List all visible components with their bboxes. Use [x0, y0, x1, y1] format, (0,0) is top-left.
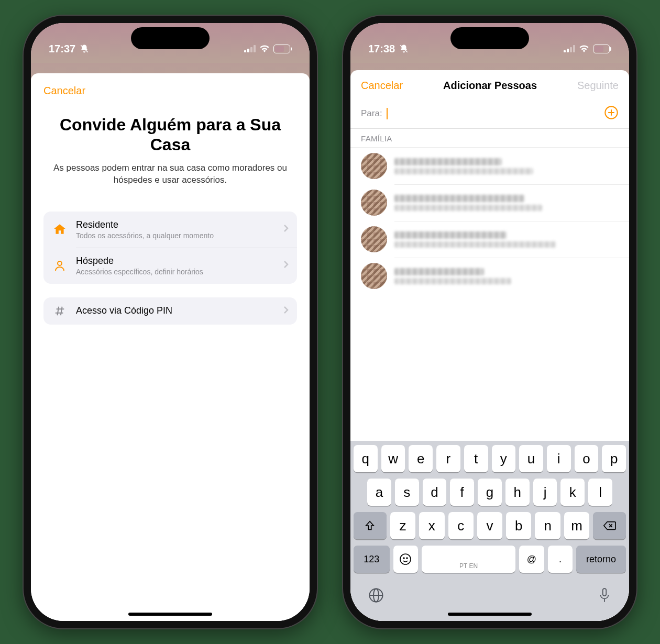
at-key[interactable]: @	[519, 546, 544, 573]
key-r[interactable]: r	[436, 445, 460, 472]
key-x[interactable]: x	[419, 512, 444, 539]
contact-info-redacted	[394, 158, 619, 174]
key-b[interactable]: b	[506, 512, 531, 539]
home-indicator[interactable]	[128, 613, 212, 616]
next-button[interactable]: Seguinte	[577, 80, 619, 92]
dynamic-island	[450, 27, 529, 49]
svg-point-21	[403, 558, 404, 559]
option-pin[interactable]: Acesso via Código PIN	[43, 297, 297, 325]
hash-icon	[52, 305, 68, 317]
shift-key[interactable]	[354, 512, 387, 539]
chevron-right-icon	[283, 260, 289, 271]
svg-line-8	[57, 306, 59, 315]
pin-option-group: Acesso via Código PIN	[43, 297, 297, 325]
key-h[interactable]: h	[505, 479, 530, 506]
space-key[interactable]: PT EN	[422, 546, 515, 573]
svg-point-5	[58, 261, 62, 265]
add-people-card: Cancelar Adicionar Pessoas Seguinte Para…	[350, 70, 629, 621]
contact-info-redacted	[394, 195, 619, 211]
phone-left: 17:37 64	[24, 16, 317, 628]
return-key[interactable]: retorno	[576, 546, 626, 573]
svg-rect-14	[573, 45, 575, 52]
keyboard-row-1: q w e r t y u i o p	[354, 445, 626, 472]
house-icon	[52, 223, 68, 236]
option-pin-title: Acesso via Código PIN	[76, 305, 275, 316]
page-title: Convide Alguém para a Sua Casa	[43, 115, 297, 155]
svg-rect-13	[570, 47, 572, 52]
svg-rect-11	[564, 50, 566, 52]
key-a[interactable]: a	[367, 479, 391, 506]
svg-line-9	[61, 306, 62, 315]
battery-icon: 64	[593, 45, 611, 53]
key-f[interactable]: f	[450, 479, 474, 506]
key-y[interactable]: y	[492, 445, 516, 472]
keyboard: q w e r t y u i o p a s d f g h	[350, 441, 629, 583]
cancel-button[interactable]: Cancelar	[43, 85, 85, 97]
svg-rect-2	[247, 49, 249, 52]
svg-rect-1	[244, 50, 246, 52]
cancel-button[interactable]: Cancelar	[361, 80, 403, 92]
to-label: Para:	[361, 108, 382, 119]
home-indicator[interactable]	[448, 613, 532, 616]
add-contact-icon[interactable]	[604, 105, 619, 122]
contact-info-redacted	[394, 231, 619, 248]
svg-rect-4	[254, 45, 256, 52]
to-field-row[interactable]: Para:	[350, 99, 629, 129]
section-header-family: FAMÍLIA	[350, 129, 629, 148]
contact-row[interactable]	[350, 184, 629, 221]
key-j[interactable]: j	[533, 479, 557, 506]
numbers-key[interactable]: 123	[354, 546, 390, 573]
svg-rect-3	[250, 47, 252, 52]
option-resident-sub: Todos os acessórios, a qualquer momento	[76, 231, 275, 240]
key-e[interactable]: e	[409, 445, 433, 472]
key-i[interactable]: i	[547, 445, 571, 472]
key-t[interactable]: t	[464, 445, 488, 472]
mic-icon[interactable]	[598, 587, 611, 605]
key-o[interactable]: o	[575, 445, 599, 472]
contact-row[interactable]	[350, 148, 629, 184]
backspace-key[interactable]	[593, 512, 626, 539]
keyboard-row-4: 123 PT EN @ . retorno	[354, 546, 626, 573]
chevron-right-icon	[283, 306, 289, 316]
key-w[interactable]: w	[381, 445, 405, 472]
key-q[interactable]: q	[354, 445, 378, 472]
phone-right: 17:38 64	[343, 16, 636, 628]
keyboard-row-3: z x c v b n m	[354, 512, 626, 539]
dot-key[interactable]: .	[548, 546, 573, 573]
option-resident-title: Residente	[76, 219, 275, 230]
key-n[interactable]: n	[535, 512, 560, 539]
key-k[interactable]: k	[560, 479, 585, 506]
key-l[interactable]: l	[588, 479, 612, 506]
svg-point-20	[400, 554, 411, 564]
key-u[interactable]: u	[519, 445, 543, 472]
dynamic-island	[131, 27, 210, 49]
cellular-icon	[564, 45, 575, 52]
emoji-key[interactable]	[393, 546, 418, 573]
nav-title: Adicionar Pessoas	[443, 80, 537, 92]
key-s[interactable]: s	[395, 479, 419, 506]
svg-point-22	[406, 558, 408, 559]
option-guest[interactable]: Hóspede Acessórios específicos, definir …	[43, 248, 297, 284]
person-icon	[52, 259, 68, 272]
key-c[interactable]: c	[448, 512, 474, 539]
key-d[interactable]: d	[423, 479, 447, 506]
svg-rect-26	[603, 589, 606, 596]
status-time: 17:37	[49, 43, 75, 55]
page-subtitle: As pessoas podem entrar na sua casa como…	[43, 162, 297, 186]
wifi-icon	[579, 45, 589, 52]
nav-bar: Cancelar Adicionar Pessoas Seguinte	[350, 70, 629, 99]
key-p[interactable]: p	[602, 445, 626, 472]
option-resident[interactable]: Residente Todos os acessórios, a qualque…	[43, 212, 297, 248]
svg-rect-12	[567, 49, 569, 52]
contact-row[interactable]	[350, 221, 629, 258]
globe-icon[interactable]	[368, 587, 384, 605]
screen-left: 17:37 64	[31, 23, 310, 621]
contact-row[interactable]	[350, 258, 629, 294]
key-g[interactable]: g	[478, 479, 502, 506]
avatar	[361, 190, 387, 216]
key-m[interactable]: m	[564, 512, 589, 539]
status-time: 17:38	[368, 43, 395, 55]
key-z[interactable]: z	[390, 512, 415, 539]
contact-info-redacted	[394, 268, 619, 284]
key-v[interactable]: v	[477, 512, 502, 539]
